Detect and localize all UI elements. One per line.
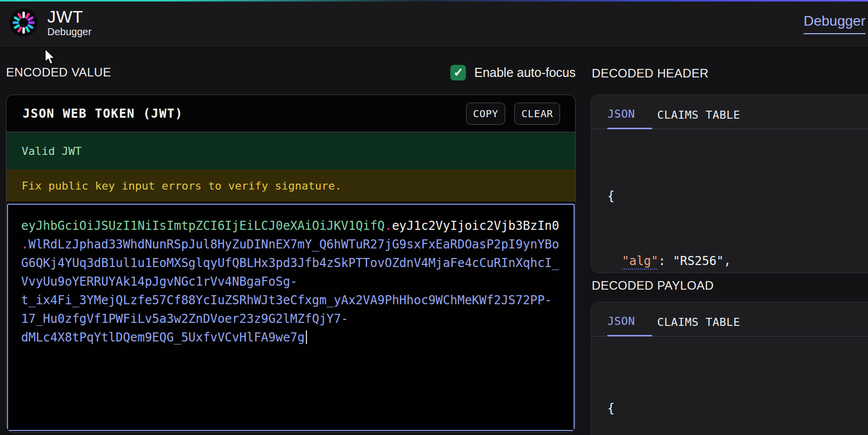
json-open-brace: {	[607, 398, 868, 419]
signature-warning-banner: Fix public key input errors to verify si…	[7, 169, 575, 202]
check-icon: ✓	[453, 66, 463, 78]
json-entry: "alg": "RS256",	[607, 250, 868, 272]
tab-claims-table[interactable]: CLAIMS TABLE	[657, 316, 745, 336]
token-payload-segment: eyJ1c2VyIjoic2Vjb3BzIn0	[392, 219, 559, 233]
token-line: .WlRdLzJphad33WhdNunRSpJul8HyZuDINnEX7mY…	[21, 235, 574, 254]
decoded-header-panel: JSON CLAIMS TABLE { "alg": "RS256", "kid…	[591, 95, 868, 273]
tab-claims-table[interactable]: CLAIMS TABLE	[657, 109, 745, 129]
jwt-token-editor[interactable]: eyJhbGciOiJSUzI1NiIsImtpZCI6IjEiLCJ0eXAi…	[7, 204, 575, 431]
token-separator: .	[21, 237, 28, 251]
tab-json[interactable]: JSON	[607, 315, 652, 336]
decoded-payload-tabs: JSON CLAIMS TABLE	[591, 302, 868, 336]
jwt-encoded-panel: JSON WEB TOKEN (JWT) COPY CLEAR Valid JW…	[6, 95, 576, 432]
token-line: eyJhbGciOiJSUzI1NiIsImtpZCI6IjEiLCJ0eXAi…	[21, 217, 574, 235]
decoded-header-json: { "alg": "RS256", "kid": "1", "typ": "JW…	[591, 129, 868, 273]
copy-button[interactable]: COPY	[466, 103, 505, 125]
token-header-segment: eyJhbGciOiJSUzI1NiIsImtpZCI6IjEiLCJ0eXAi…	[21, 219, 384, 233]
decoded-column: DECODED HEADER JSON CLAIMS TABLE { "alg"…	[591, 46, 868, 435]
brand-subtitle: Debugger	[47, 26, 92, 38]
tab-json[interactable]: JSON	[607, 108, 652, 129]
decoded-payload-title: DECODED PAYLOAD	[592, 279, 714, 293]
token-line: 17_Hu0zfgVf1PWFiLv5a3w2ZnDVoer23z9G2lMZf…	[21, 310, 574, 328]
autofocus-label[interactable]: Enable auto-focus	[474, 65, 576, 80]
autofocus-checkbox[interactable]: ✓	[450, 65, 466, 80]
json-key: "alg"	[622, 254, 658, 268]
decoded-payload-json: { "user": "secops" }	[591, 336, 868, 435]
brand-title: JWT	[47, 8, 92, 26]
token-line: dMLc4X8tPqYtlDQem9EQG_5UxfvVCvHlFA9we7g	[21, 328, 574, 347]
jwt-logo-icon	[9, 8, 38, 37]
encoded-value-title: ENCODED VALUE	[6, 65, 111, 79]
token-signature-segment: t_ix4Fi_3YMejQLzfe57Cf88YcIuZSRhWJt3eCfx…	[21, 293, 552, 307]
valid-jwt-banner: Valid JWT	[7, 132, 575, 169]
decoded-header-tabs: JSON CLAIMS TABLE	[591, 95, 868, 129]
token-line: VvyUu9oYERRUYAk14pJgvNGc1rVv4NBgaFoSg-	[21, 273, 574, 291]
token-signature-segment: G6QKj4YUq3dB1ul1u1EoMXSglqyUfQBLHx3pd3Jf…	[21, 256, 559, 270]
decoded-payload-panel: JSON CLAIMS TABLE { "user": "secops" }	[591, 302, 868, 435]
navbar-accent-gradient	[0, 0, 868, 2]
token-line: t_ix4Fi_3YMejQLzfe57Cf88YcIuZSRhWJt3eCfx…	[21, 291, 574, 310]
top-navbar: JWT Debugger Debugger	[0, 0, 868, 46]
jwt-panel-title: JSON WEB TOKEN (JWT)	[23, 107, 183, 121]
jwt-panel-header: JSON WEB TOKEN (JWT) COPY CLEAR	[7, 95, 575, 132]
brand: JWT Debugger	[9, 8, 92, 38]
token-signature-segment: 17_Hu0zfgVf1PWFiLv5a3w2ZnDVoer23z9G2lMZf…	[21, 312, 348, 326]
token-signature-segment: WlRdLzJphad33WhdNunRSpJul8HyZuDINnEX7mY_…	[28, 237, 559, 251]
encoded-section-header: ENCODED VALUE ✓ Enable auto-focus	[6, 46, 576, 91]
decoded-header-title: DECODED HEADER	[592, 66, 708, 80]
nav-link-debugger[interactable]: Debugger	[804, 13, 865, 34]
token-signature-segment: VvyUu9oYERRUYAk14pJgvNGc1rVv4NBgaFoSg-	[21, 275, 297, 289]
token-separator: .	[384, 219, 391, 233]
json-open-brace: {	[607, 186, 868, 207]
text-caret	[306, 330, 307, 344]
clear-button[interactable]: CLEAR	[514, 103, 560, 125]
json-value: : "RS256",	[658, 254, 731, 268]
token-signature-segment: dMLc4X8tPqYtlDQem9EQG_5UxfvVCvHlFA9we7g	[21, 330, 305, 344]
autofocus-toggle[interactable]: ✓ Enable auto-focus	[450, 65, 576, 80]
token-line: G6QKj4YUq3dB1ul1u1EoMXSglqyUfQBLHx3pd3Jf…	[21, 254, 574, 273]
